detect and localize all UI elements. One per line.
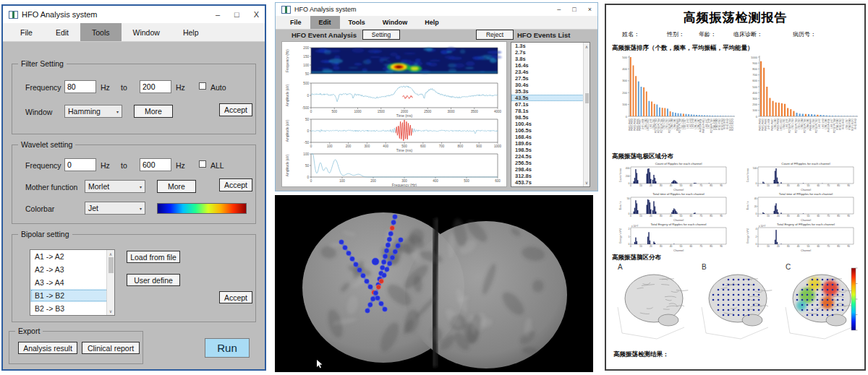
reject-button[interactable]: Reject	[476, 30, 514, 40]
filter-freq-to-input[interactable]	[140, 80, 171, 93]
event-item[interactable]: 106.5s	[511, 127, 590, 134]
event-item[interactable]: 43.5s	[511, 95, 590, 101]
event-item[interactable]: 312.8s	[511, 173, 590, 179]
menu-item-help[interactable]: Help	[171, 23, 210, 41]
bipolar-item[interactable]: A3 -> A4	[30, 276, 114, 289]
circle-shape	[743, 279, 745, 281]
event-item[interactable]: 453.7s	[511, 179, 590, 186]
scroll-up-icon[interactable]: ∧	[109, 251, 112, 257]
ellipse-shape	[366, 59, 370, 64]
text-shape: Energy / uV^2	[619, 228, 622, 243]
wavelet-accept-button[interactable]: Accept	[219, 178, 252, 191]
hist-bar	[655, 243, 655, 244]
scrollbar-thumb[interactable]	[585, 93, 589, 103]
bipolar-item[interactable]: A2 -> A3	[30, 263, 114, 276]
text-shape: 60	[689, 245, 692, 248]
menu-item-window[interactable]: Window	[374, 16, 416, 29]
event-item[interactable]: 27.5s	[511, 75, 590, 82]
minimize-button[interactable]: –	[557, 6, 561, 13]
load-from-file-button[interactable]: Load from file	[127, 251, 180, 263]
hist-bar	[647, 237, 648, 244]
rank-bar	[638, 82, 639, 116]
text-shape: RHI2-RHI3	[854, 118, 857, 129]
scroll-down-icon[interactable]: ∨	[109, 309, 112, 314]
rank-bar	[701, 115, 702, 116]
scroll-up-icon[interactable]: ∧	[585, 44, 588, 49]
hist-bar	[775, 206, 775, 215]
circle-shape	[728, 299, 730, 301]
hist-bar	[647, 169, 648, 184]
event-item[interactable]: 78.1s	[511, 108, 590, 114]
auto-checkbox[interactable]	[199, 82, 206, 90]
close-button[interactable]: ×	[588, 6, 592, 13]
event-item[interactable]: 30.4s	[511, 82, 590, 88]
text-shape: 3500	[471, 110, 479, 113]
filter-more-button[interactable]: More	[134, 105, 173, 118]
text-shape: Time / s	[619, 201, 622, 210]
event-item[interactable]: 16.4s	[511, 62, 590, 69]
menu-item-window[interactable]: Window	[122, 23, 171, 41]
brain-3d-view[interactable]	[275, 195, 593, 372]
ellipse-shape	[429, 59, 441, 61]
setting-button[interactable]: Setting	[362, 30, 400, 40]
event-item[interactable]: 23.4s	[511, 69, 590, 75]
electrode-blue-dot	[393, 249, 398, 254]
bipolar-accept-button[interactable]: Accept	[219, 291, 252, 303]
hfo-events-list[interactable]: ∧ ∨ 1.3s2.7s3.8s16.4s23.4s27.5s30.4s35.3…	[511, 42, 590, 187]
electrode-blue-dot	[390, 255, 395, 260]
title-bar: HFO Analysis system – □ X	[3, 6, 265, 23]
mother-function-select[interactable]: Morlet ▾	[85, 180, 145, 193]
user-define-button[interactable]: User define	[127, 274, 180, 286]
maximize-button[interactable]: □	[234, 10, 239, 19]
event-item[interactable]: 100.4s	[511, 121, 590, 127]
bipolar-channel-list[interactable]: ∧ ∨ A1 -> A2A2 -> A3A3 -> A4B1 -> B2B2 -…	[30, 249, 115, 316]
filter-freq-from-input[interactable]	[64, 80, 96, 93]
menu-item-edit[interactable]: Edit	[44, 23, 80, 41]
menu-item-file[interactable]: File	[281, 16, 310, 29]
hist-bar	[650, 172, 650, 184]
event-item[interactable]: 189.6s	[511, 140, 590, 147]
menu-item-edit[interactable]: Edit	[310, 16, 340, 29]
text-shape: 500	[331, 110, 337, 113]
circle-shape	[738, 314, 740, 316]
event-item[interactable]: 2.7s	[511, 49, 590, 56]
circle-shape	[738, 299, 740, 301]
menu-item-help[interactable]: Help	[416, 16, 448, 29]
event-item[interactable]: 256.5s	[511, 160, 590, 166]
menu-item-tools[interactable]: Tools	[80, 23, 122, 41]
event-item[interactable]: 98.5s	[511, 114, 590, 121]
event-item[interactable]: 298.4s	[511, 166, 590, 173]
filter-accept-button[interactable]: Accept	[219, 103, 252, 116]
scrollbar-thumb[interactable]	[109, 257, 114, 273]
wavelet-freq-from-input[interactable]	[64, 158, 96, 171]
event-item[interactable]: 1.3s	[511, 43, 590, 49]
clinical-report-button[interactable]: Clinical report	[82, 342, 140, 354]
event-item[interactable]: 168.4s	[511, 134, 590, 140]
wavelet-freq-to-input[interactable]	[140, 158, 171, 171]
event-item[interactable]: 224.5s	[511, 153, 590, 160]
colorbar-select[interactable]: Jet ▾	[85, 202, 145, 215]
analysis-result-button[interactable]: Analysis result	[18, 342, 77, 354]
event-item[interactable]: 67.1s	[511, 101, 590, 108]
scrollbar[interactable]: ∧ ∨	[583, 43, 590, 186]
bipolar-item[interactable]: B1 -> B2	[30, 289, 114, 302]
minimize-button[interactable]: –	[216, 10, 220, 19]
hist-bar	[764, 183, 765, 184]
bipolar-item[interactable]: A1 -> A2	[30, 250, 114, 263]
event-item[interactable]: 3.8s	[511, 56, 590, 62]
rank-bar	[838, 116, 839, 116]
maximize-button[interactable]: □	[572, 6, 576, 13]
menu-item-tools[interactable]: Tools	[340, 16, 374, 29]
wavelet-more-button[interactable]: More	[157, 180, 196, 193]
menu-item-file[interactable]: File	[9, 23, 44, 41]
event-item[interactable]: 198.5s	[511, 147, 590, 153]
run-button[interactable]: Run	[205, 338, 250, 358]
all-checkbox[interactable]	[199, 160, 206, 168]
scroll-down-icon[interactable]: ∨	[585, 180, 588, 185]
event-item[interactable]: 35.3s	[511, 88, 590, 95]
rank-bar	[778, 103, 780, 116]
scrollbar[interactable]: ∧ ∨	[106, 250, 114, 315]
window-select[interactable]: Hamming ▾	[64, 105, 122, 118]
close-button[interactable]: X	[254, 10, 259, 19]
bipolar-item[interactable]: B2 -> B3	[30, 302, 114, 315]
